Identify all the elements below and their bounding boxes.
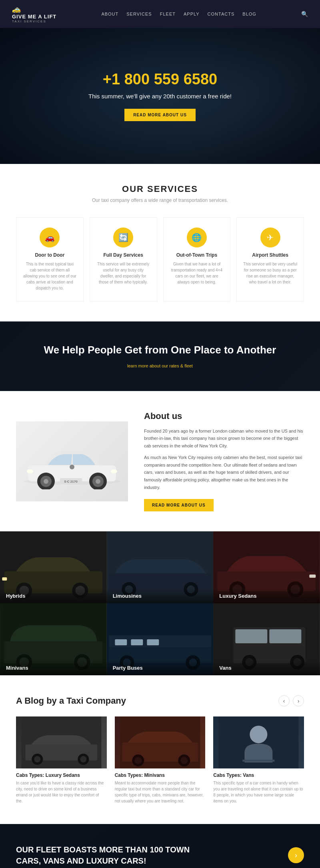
search-icon[interactable]: 🔍 <box>301 11 308 17</box>
hero-cta-button[interactable]: READ MORE ABOUT US <box>124 109 196 121</box>
blog-card-title-2: Cabs Types: Minivans <box>115 772 206 778</box>
blog-title: A Blog by a Taxi Company <box>16 696 126 706</box>
nav-fleet[interactable]: FLEET <box>160 12 176 16</box>
logo-sub: TAXI SERVICES <box>12 20 56 23</box>
vans-overlay: Vans <box>213 660 320 675</box>
logo-title: GIVE ME A LIFT <box>12 14 56 20</box>
about-cta-button[interactable]: READ MORE ABOUT US <box>144 499 214 511</box>
blog-thumbnail-2 <box>115 716 206 768</box>
fleet-item-luxury-sedans[interactable]: Luxury Sedans <box>213 531 320 603</box>
svg-point-63 <box>80 756 86 762</box>
svg-point-7 <box>96 479 100 484</box>
limousines-overlay: Limousines <box>107 588 214 603</box>
about-para-1: Founded 20 years ago by a former London … <box>144 427 304 450</box>
car-illustration: S·C 2170 <box>20 433 124 489</box>
svg-point-4 <box>44 479 48 484</box>
service-cards: 🚗 Door to Door This is the most typical … <box>16 217 304 301</box>
svg-rect-51 <box>236 629 268 643</box>
minivans-overlay: Minivans <box>0 660 107 675</box>
footer-banner: OUR FLEET BOASTS MORE THAN 100 TOWN CARS… <box>0 824 320 868</box>
nav-blog[interactable]: BLOG <box>242 12 256 16</box>
service-desc-1: This is the most typical taxi cab servic… <box>22 261 77 291</box>
minivans-label: Minivans <box>6 665 28 671</box>
hero-tagline: This summer, we'll give any 20th custome… <box>88 92 232 101</box>
svg-point-67 <box>134 757 142 764</box>
out-of-town-icon: 🌐 <box>187 227 207 247</box>
service-card-2: 🔄 Full Day Services This service will be… <box>90 217 157 301</box>
hero-phone: +1 800 559 6580 <box>103 71 217 88</box>
luxury-sedans-overlay: Luxury Sedans <box>213 588 320 603</box>
fleet-item-party-buses[interactable]: Party Buses <box>107 603 214 675</box>
about-para-2: As much as New York City requires only c… <box>144 454 304 491</box>
nav-links: ABOUT SERVICES FLEET APPLY CONTACTS BLOG <box>101 12 256 16</box>
airport-icon: ✈ <box>260 227 280 247</box>
hybrids-label: Hybrids <box>6 593 25 599</box>
service-card-4: ✈ Airport Shuttles This service will be … <box>236 217 304 301</box>
blog-card-title-1: Cabs Types: Luxury Sedans <box>16 772 107 778</box>
service-title-1: Door to Door <box>22 252 77 258</box>
blog-card-2: Cabs Types: Minivans Meant to accommodat… <box>115 716 206 804</box>
service-card-1: 🚗 Door to Door This is the most typical … <box>16 217 84 301</box>
about-title: About us <box>144 411 304 421</box>
svg-rect-44 <box>147 639 159 645</box>
blog-image-1 <box>16 716 107 768</box>
luxury-sedans-label: Luxury Sedans <box>219 593 256 599</box>
hybrids-overlay: Hybrids <box>0 588 107 603</box>
nav-about[interactable]: ABOUT <box>101 12 118 16</box>
blog-navigation: ‹ › <box>278 695 304 706</box>
fleet-item-limousines[interactable]: Limousines <box>107 531 214 603</box>
nav-contacts[interactable]: CONTACTS <box>208 12 235 16</box>
services-subtitle: Our taxi company offers a wide range of … <box>16 198 304 203</box>
hero-section: +1 800 559 6580 This summer, we'll give … <box>0 28 320 164</box>
blog-card-desc-3: This specific type of a car comes in han… <box>213 780 304 804</box>
service-desc-4: This service will be very useful for som… <box>243 261 298 285</box>
blog-cards: Cabs Types: Luxury Sedans In case you'd … <box>16 716 304 804</box>
svg-rect-52 <box>270 629 302 643</box>
blog-card-desc-2: Meant to accommodate more people than th… <box>115 780 206 804</box>
blog-card-3: Cabs Types: Vans This specific type of a… <box>213 716 304 804</box>
blog-thumbnail-3 <box>213 716 304 768</box>
blog-prev-button[interactable]: ‹ <box>278 695 290 706</box>
fleet-item-minivans[interactable]: Minivans <box>0 603 107 675</box>
blog-card-desc-1: In case you'd like to have a classy ride… <box>16 780 107 804</box>
svg-rect-72 <box>243 760 275 762</box>
svg-point-71 <box>250 726 268 743</box>
help-banner: We Help People Get from One Place to Ano… <box>0 321 320 391</box>
nav-services[interactable]: SERVICES <box>126 12 152 16</box>
service-desc-3: Given that we have a lot of transportati… <box>170 261 224 285</box>
limousines-label: Limousines <box>113 593 142 599</box>
services-section: OUR SERVICES Our taxi company offers a w… <box>0 164 320 321</box>
service-title-3: Out-of-Town Trips <box>170 252 224 258</box>
blog-card-title-3: Cabs Types: Vans <box>213 772 304 778</box>
fleet-grid: Hybrids Limousines Luxury Sedans <box>0 531 320 675</box>
about-text-block: About us Founded 20 years ago by a forme… <box>144 411 304 512</box>
svg-rect-32 <box>310 575 316 578</box>
vans-label: Vans <box>219 665 231 671</box>
service-title-2: Full Day Services <box>96 252 151 258</box>
help-banner-title: We Help People Get from One Place to Ano… <box>16 343 304 357</box>
blog-thumbnail-1 <box>16 716 107 768</box>
about-section: S·C 2170 About us Founded 20 years ago b… <box>0 391 320 532</box>
door-to-door-icon: 🚗 <box>40 227 60 247</box>
service-title-4: Airport Shuttles <box>243 252 298 258</box>
svg-rect-42 <box>115 639 127 645</box>
footer-arrow-button[interactable]: › <box>288 847 304 863</box>
logo: 🚕 GIVE ME A LIFT TAXI SERVICES <box>12 5 56 23</box>
svg-point-10 <box>70 465 74 469</box>
about-car-image: S·C 2170 <box>16 421 128 501</box>
footer-banner-title: OUR FLEET BOASTS MORE THAN 100 TOWN CARS… <box>16 844 216 866</box>
nav-apply[interactable]: APPLY <box>184 12 200 16</box>
full-day-icon: 🔄 <box>113 227 133 247</box>
svg-point-69 <box>180 757 188 764</box>
fleet-item-hybrids[interactable]: Hybrids <box>0 531 107 603</box>
blog-header: A Blog by a Taxi Company ‹ › <box>16 695 304 706</box>
blog-next-button[interactable]: › <box>293 695 304 706</box>
service-card-3: 🌐 Out-of-Town Trips Given that we have a… <box>163 217 231 301</box>
svg-rect-43 <box>131 639 143 645</box>
blog-card-1: Cabs Types: Luxury Sedans In case you'd … <box>16 716 107 804</box>
help-banner-link[interactable]: learn more about our rates & fleet <box>127 363 193 368</box>
services-title: OUR SERVICES <box>16 184 304 194</box>
party-buses-overlay: Party Buses <box>107 660 214 675</box>
fleet-item-vans[interactable]: Vans <box>213 603 320 675</box>
logo-icon: 🚕 <box>12 5 56 14</box>
